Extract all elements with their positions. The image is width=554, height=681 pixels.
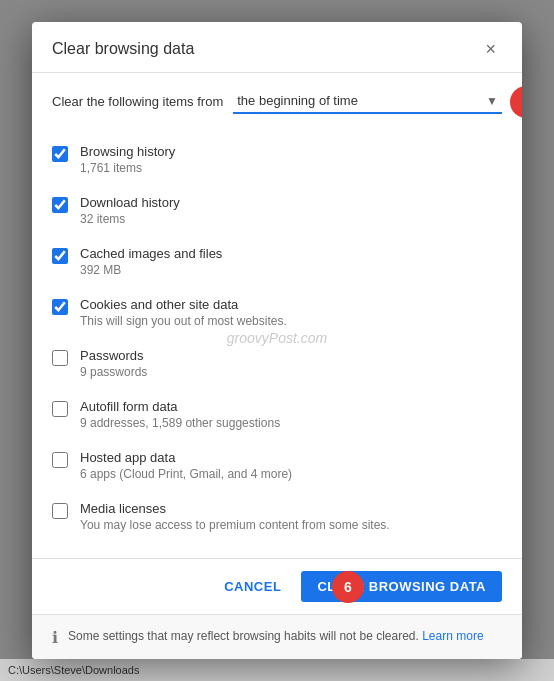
status-bar: C:\Users\Steve\Downloads: [0, 659, 554, 681]
download-history-label: Download history: [80, 195, 180, 210]
cookies-text: Cookies and other site data This will si…: [80, 297, 287, 328]
autofill-checkbox[interactable]: [52, 401, 68, 417]
download-history-sub: 32 items: [80, 212, 180, 226]
hosted-app-label: Hosted app data: [80, 450, 292, 465]
passwords-text: Passwords 9 passwords: [80, 348, 147, 379]
step5-badge: 5: [510, 86, 522, 118]
clear-browsing-data-dialog: Clear browsing data × Clear the followin…: [32, 22, 522, 659]
list-item: Hosted app data 6 apps (Cloud Print, Gma…: [52, 440, 502, 491]
info-icon: ℹ: [52, 628, 58, 647]
media-licenses-label: Media licenses: [80, 501, 390, 516]
passwords-sub: 9 passwords: [80, 365, 147, 379]
hosted-app-text: Hosted app data 6 apps (Cloud Print, Gma…: [80, 450, 292, 481]
list-item: Passwords 9 passwords: [52, 338, 502, 389]
passwords-checkbox[interactable]: [52, 350, 68, 366]
dialog-header: Clear browsing data ×: [32, 22, 522, 73]
dialog-footer: CANCEL 6 CLEAR BROWSING DATA: [32, 558, 522, 614]
cached-images-text: Cached images and files 392 MB: [80, 246, 222, 277]
info-bar: ℹ Some settings that may reflect browsin…: [32, 614, 522, 659]
browsing-history-text: Browsing history 1,761 items: [80, 144, 175, 175]
download-history-text: Download history 32 items: [80, 195, 180, 226]
step6-badge: 6: [332, 571, 364, 603]
dialog-body: Clear the following items from the begin…: [32, 73, 522, 558]
time-range-row: Clear the following items from the begin…: [52, 89, 502, 114]
checkbox-list: groovyPost.com Browsing history 1,761 it…: [52, 134, 502, 542]
autofill-label: Autofill form data: [80, 399, 280, 414]
list-item: Cookies and other site data This will si…: [52, 287, 502, 338]
list-item: Download history 32 items: [52, 185, 502, 236]
cached-images-sub: 392 MB: [80, 263, 222, 277]
list-item: Media licenses You may lose access to pr…: [52, 491, 502, 542]
info-text: Some settings that may reflect browsing …: [68, 627, 484, 645]
cookies-checkbox[interactable]: [52, 299, 68, 315]
dialog-title: Clear browsing data: [52, 40, 194, 58]
cached-images-checkbox[interactable]: [52, 248, 68, 264]
passwords-label: Passwords: [80, 348, 147, 363]
hosted-app-checkbox[interactable]: [52, 452, 68, 468]
cookies-sub: This will sign you out of most websites.: [80, 314, 287, 328]
list-item: Browsing history 1,761 items: [52, 134, 502, 185]
close-button[interactable]: ×: [479, 38, 502, 60]
cookies-label: Cookies and other site data: [80, 297, 287, 312]
browsing-history-checkbox[interactable]: [52, 146, 68, 162]
media-licenses-checkbox[interactable]: [52, 503, 68, 519]
cancel-button[interactable]: CANCEL: [212, 571, 293, 602]
media-licenses-text: Media licenses You may lose access to pr…: [80, 501, 390, 532]
status-bar-text: C:\Users\Steve\Downloads: [8, 664, 139, 676]
browsing-history-label: Browsing history: [80, 144, 175, 159]
info-message: Some settings that may reflect browsing …: [68, 629, 419, 643]
list-item: Autofill form data 9 addresses, 1,589 ot…: [52, 389, 502, 440]
cached-images-label: Cached images and files: [80, 246, 222, 261]
autofill-text: Autofill form data 9 addresses, 1,589 ot…: [80, 399, 280, 430]
autofill-sub: 9 addresses, 1,589 other suggestions: [80, 416, 280, 430]
hosted-app-sub: 6 apps (Cloud Print, Gmail, and 4 more): [80, 467, 292, 481]
browsing-history-sub: 1,761 items: [80, 161, 175, 175]
media-licenses-sub: You may lose access to premium content f…: [80, 518, 390, 532]
time-label: Clear the following items from: [52, 94, 223, 109]
time-range-select[interactable]: the beginning of time the past hour the …: [233, 89, 502, 112]
download-history-checkbox[interactable]: [52, 197, 68, 213]
list-item: Cached images and files 392 MB: [52, 236, 502, 287]
learn-more-link[interactable]: Learn more: [422, 629, 483, 643]
time-select-wrapper: the beginning of time the past hour the …: [233, 89, 502, 114]
